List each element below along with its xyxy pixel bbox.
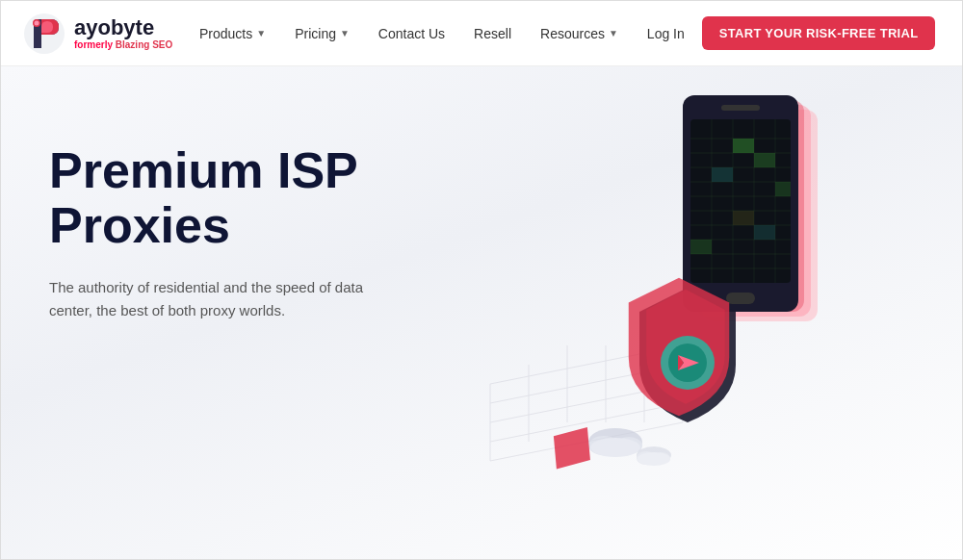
- nav-links: Products ▼ Pricing ▼ Contact Us Resell R…: [188, 16, 935, 50]
- svg-rect-46: [775, 182, 791, 196]
- nav-resources[interactable]: Resources ▼: [529, 18, 630, 49]
- svg-point-21: [638, 452, 670, 466]
- resources-chevron-icon: ▼: [609, 28, 618, 38]
- illustration-svg: [461, 66, 943, 547]
- nav-resell[interactable]: Resell: [462, 18, 523, 49]
- svg-rect-45: [712, 167, 733, 182]
- hero-section: Premium ISP Proxies The authority of res…: [1, 66, 962, 560]
- svg-point-17: [590, 438, 640, 457]
- svg-rect-49: [754, 225, 775, 240]
- logo-icon: [24, 13, 65, 54]
- svg-rect-22: [554, 427, 590, 470]
- hero-title: Premium ISP Proxies: [49, 143, 377, 253]
- logo-name: ayobyte: [74, 16, 172, 39]
- svg-rect-47: [733, 211, 754, 225]
- nav-contact[interactable]: Contact Us: [367, 18, 456, 49]
- cta-button[interactable]: START YOUR RISK-FREE TRIAL: [702, 16, 936, 50]
- svg-rect-27: [721, 105, 760, 111]
- products-chevron-icon: ▼: [256, 28, 266, 38]
- svg-point-2: [35, 20, 39, 25]
- svg-rect-44: [754, 153, 775, 167]
- svg-rect-50: [726, 293, 755, 304]
- hero-description: The authority of residential and the spe…: [49, 276, 377, 322]
- logo-sub: formerly Blazing SEO: [74, 39, 172, 50]
- hero-content: Premium ISP Proxies The authority of res…: [49, 143, 377, 322]
- nav-login[interactable]: Log In: [636, 18, 696, 49]
- nav-pricing[interactable]: Pricing ▼: [283, 18, 361, 49]
- nav-products[interactable]: Products ▼: [188, 18, 277, 49]
- pricing-chevron-icon: ▼: [340, 28, 350, 38]
- logo-text: ayobyte formerly Blazing SEO: [74, 16, 172, 50]
- logo[interactable]: ayobyte formerly Blazing SEO: [24, 13, 188, 54]
- navbar: ayobyte formerly Blazing SEO Products ▼ …: [1, 1, 962, 66]
- hero-illustration: [461, 66, 943, 547]
- svg-rect-48: [690, 240, 712, 254]
- svg-rect-43: [733, 139, 754, 153]
